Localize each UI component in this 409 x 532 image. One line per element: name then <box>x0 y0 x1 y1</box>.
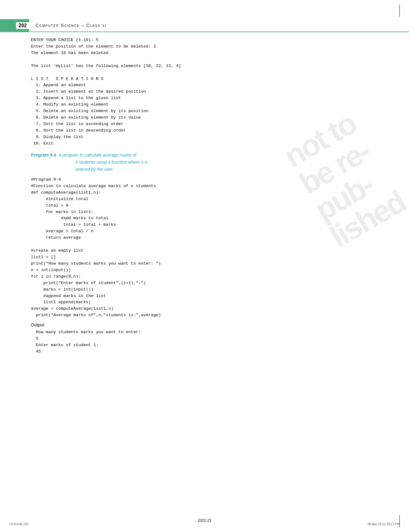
header-title-area: Computer Science – Class xi <box>29 19 409 32</box>
code-block-2: #Program 9-4 #Function to calculate aver… <box>31 177 390 319</box>
page-number: 202 <box>16 22 29 29</box>
content-area: ENTER YOUR CHOICE (1-10): 5 Enter the po… <box>31 37 390 358</box>
output-block: How many students marks you want to ente… <box>31 329 390 355</box>
code-block-1: ENTER YOUR CHOICE (1-10): 5 Enter the po… <box>31 37 390 147</box>
header-green-block: 202 <box>0 19 29 32</box>
header-bar: 202 Computer Science – Class xi <box>0 19 409 32</box>
footer-left: Ch 9.indd 202 <box>9 522 28 526</box>
program-heading: Program 9-4 A program to calculate avera… <box>31 152 390 173</box>
footer-center: 2022-23 <box>0 518 409 523</box>
program-heading-desc: A program to calculate average marks of … <box>59 152 148 173</box>
page-container: 202 Computer Science – Class xi not to b… <box>0 0 409 532</box>
output-label: Output: <box>31 322 390 329</box>
footer-year: 2022-23 <box>198 518 211 523</box>
program-heading-label: Program 9-4 <box>31 152 56 173</box>
right-border-top <box>399 5 400 17</box>
footer-right: 08-Apr-19 12:40:13 PM <box>368 522 400 526</box>
header-title: Computer Science – Class xi <box>35 23 106 28</box>
